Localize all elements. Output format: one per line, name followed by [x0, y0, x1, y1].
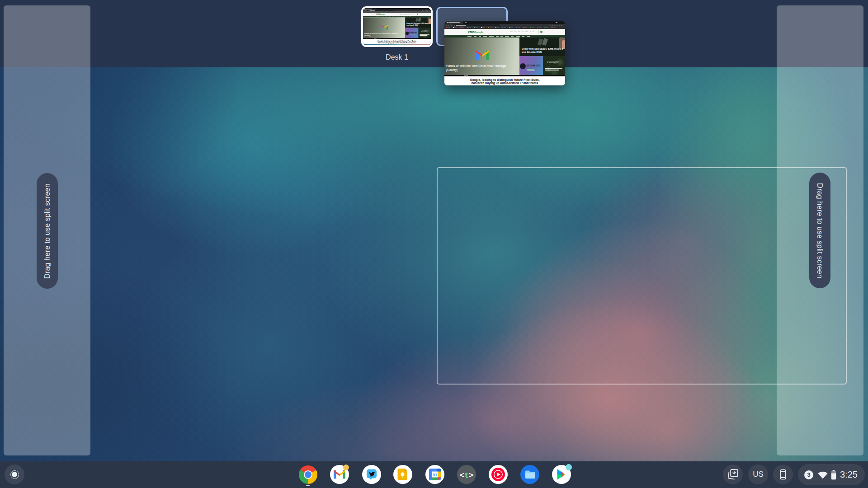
svg-text:31: 31	[433, 472, 438, 477]
svg-text:<t>: <t>	[460, 471, 474, 480]
